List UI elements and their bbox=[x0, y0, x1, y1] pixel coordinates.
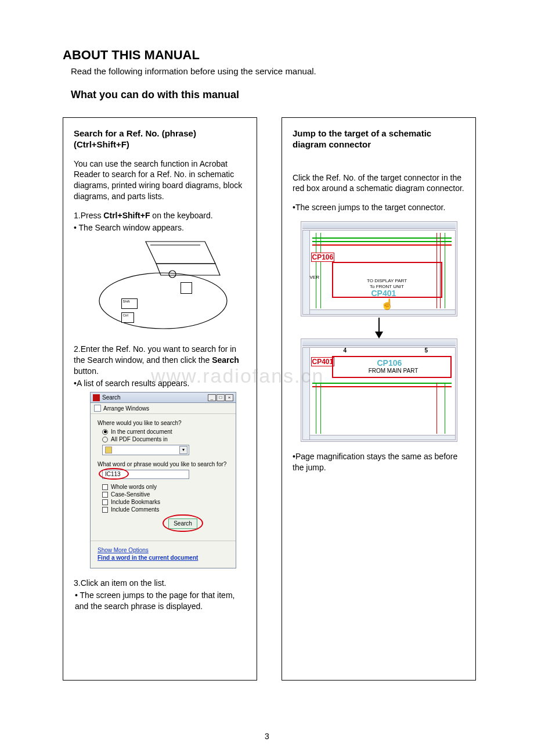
step1-pre: 1.Press bbox=[74, 211, 103, 220]
diag-from: FROM MAIN PART bbox=[359, 368, 428, 374]
right-bullet1: •The screen jumps to the target connecto… bbox=[293, 202, 467, 213]
arrange-icon bbox=[94, 405, 101, 412]
phrase-question: What word or phrase would you like to se… bbox=[98, 461, 230, 467]
panel-sidebar bbox=[303, 348, 310, 440]
search-phrase-value: IC113 bbox=[105, 471, 121, 477]
chevron-down-icon: ▾ bbox=[179, 446, 187, 454]
schematic-panel-bottom: 4 5 CP401 CP106 FROM MAIN PART bbox=[301, 339, 457, 442]
pdf-icon bbox=[93, 394, 100, 401]
radio-current-doc[interactable]: In the current document bbox=[102, 429, 230, 435]
maximize-button[interactable]: □ bbox=[217, 394, 225, 401]
figure-laptop-shortcut: Shift Ctrl bbox=[70, 237, 250, 336]
step1-bold: Ctrl+Shift+F bbox=[103, 211, 150, 220]
check-bookmarks-label: Include Bookmarks bbox=[111, 499, 160, 505]
link-show-more[interactable]: Show More Options bbox=[98, 547, 230, 553]
key-ctrl: Ctrl bbox=[121, 312, 134, 323]
radio-all-label: All PDF Documents in bbox=[111, 436, 168, 442]
check-case-label: Case-Sensitive bbox=[111, 491, 150, 498]
checkbox-icon bbox=[102, 484, 108, 490]
cp106-link[interactable]: CP106 bbox=[377, 358, 402, 368]
check-comments-label: Include Comments bbox=[111, 506, 159, 513]
schematic-canvas-bottom: 4 5 CP401 CP106 FROM MAIN PART bbox=[302, 347, 456, 440]
step2-bullet: •A list of search results appears. bbox=[74, 378, 248, 389]
search-phrase-input[interactable]: IC113 bbox=[102, 470, 189, 479]
dialog-titlebar: Search _ □ × bbox=[91, 393, 236, 403]
check-case[interactable]: Case-Sensitive bbox=[102, 491, 230, 498]
cp106-label: CP106 bbox=[311, 253, 335, 262]
svg-point-3 bbox=[99, 273, 227, 329]
svg-point-4 bbox=[169, 271, 176, 278]
panel-sidebar bbox=[303, 231, 310, 314]
step1-bullet: • The Search window appears. bbox=[74, 222, 248, 233]
step2-post: button. bbox=[74, 366, 99, 376]
search-button[interactable]: Search bbox=[168, 519, 197, 529]
checkbox-icon bbox=[102, 492, 108, 498]
folder-combo[interactable]: ▾ bbox=[102, 445, 189, 455]
step-3: 3.Click an item on the list. bbox=[74, 578, 248, 589]
right-para1: Click the Ref. No. of the target connect… bbox=[293, 172, 467, 195]
check-whole-words[interactable]: Whole words only bbox=[102, 484, 230, 490]
checkbox-icon bbox=[102, 499, 108, 505]
minimize-button[interactable]: _ bbox=[208, 394, 216, 401]
step1-post: on the keyboard. bbox=[150, 211, 212, 220]
radio-on-icon bbox=[102, 429, 108, 435]
right-footer-note: •Page magnification stays the same as be… bbox=[293, 451, 467, 473]
right-box-title: Jump to the target of a schematic diagra… bbox=[293, 128, 465, 150]
figure-schematic-jump: CP106 TO DISPLAY PART To FRONT UNIT CP40… bbox=[301, 221, 457, 442]
left-box-title: Search for a Ref. No. (phrase) (Ctrl+Shi… bbox=[74, 128, 246, 150]
hand-cursor-icon: ☝ bbox=[381, 298, 394, 311]
right-title-line2: diagram connector bbox=[293, 139, 371, 149]
step2-bold: Search bbox=[212, 355, 239, 365]
folder-icon bbox=[105, 447, 112, 453]
arrange-windows-row[interactable]: Arrange Windows bbox=[91, 403, 236, 414]
schematic-jump-box: Jump to the target of a schematic diagra… bbox=[282, 117, 476, 681]
right-title-line1: Jump to the target of a schematic bbox=[293, 128, 431, 138]
page-title: ABOUT THIS MANUAL bbox=[63, 48, 476, 63]
where-question: Where would you like to search? bbox=[98, 420, 230, 426]
ruler-5: 5 bbox=[425, 347, 428, 354]
panel-toolbar bbox=[302, 340, 456, 346]
arrow-down-icon bbox=[378, 318, 380, 337]
checkbox-icon bbox=[102, 507, 108, 513]
dialog-title: Search bbox=[102, 394, 121, 401]
step-2: 2.Enter the Ref. No. you want to search … bbox=[74, 344, 248, 377]
arrange-label: Arrange Windows bbox=[103, 405, 149, 412]
key-f bbox=[181, 282, 192, 294]
left-intro-para: You can use the search function in Acrob… bbox=[74, 159, 248, 203]
left-title-line1: Search for a Ref. No. (phrase) bbox=[74, 128, 196, 138]
link-find-word[interactable]: Find a word in the current document bbox=[98, 555, 230, 561]
check-comments[interactable]: Include Comments bbox=[102, 506, 230, 513]
close-button[interactable]: × bbox=[225, 394, 233, 401]
cp401-label: CP401 bbox=[311, 357, 335, 366]
schematic-panel-top: CP106 TO DISPLAY PART To FRONT UNIT CP40… bbox=[301, 221, 457, 316]
ver-label: VER bbox=[310, 275, 319, 280]
search-dialog: Search _ □ × Arrange Windows Where would… bbox=[90, 392, 236, 568]
radio-all-pdfs[interactable]: All PDF Documents in bbox=[102, 436, 230, 442]
step-1: 1.Press Ctrl+Shift+F on the keyboard. bbox=[74, 210, 248, 221]
radio-off-icon bbox=[102, 437, 108, 442]
ruler-4: 4 bbox=[344, 347, 347, 354]
page-number: 3 bbox=[0, 732, 534, 741]
cp401-link[interactable]: CP401 bbox=[371, 289, 396, 298]
diag-note1: TO DISPLAY PART bbox=[355, 278, 419, 283]
radio-current-label: In the current document bbox=[111, 429, 172, 435]
search-instructions-box: Search for a Ref. No. (phrase) (Ctrl+Shi… bbox=[63, 117, 257, 681]
left-title-line2: (Ctrl+Shift+F) bbox=[74, 139, 129, 149]
two-column-layout: Search for a Ref. No. (phrase) (Ctrl+Shi… bbox=[63, 117, 476, 681]
check-bookmarks[interactable]: Include Bookmarks bbox=[102, 499, 230, 505]
laptop-illustration bbox=[70, 237, 250, 336]
svg-marker-1 bbox=[156, 264, 220, 275]
key-shift: Shift bbox=[121, 298, 138, 309]
panel-toolbar bbox=[302, 223, 456, 229]
panel-scrollbar-x[interactable] bbox=[310, 435, 455, 440]
window-controls: _ □ × bbox=[208, 394, 233, 401]
section-subtitle: What you can do with this manual bbox=[71, 89, 476, 101]
check-whole-label: Whole words only bbox=[111, 484, 157, 490]
step3-bullet: • The screen jumps to the page for that … bbox=[75, 590, 248, 612]
schematic-canvas-top: CP106 TO DISPLAY PART To FRONT UNIT CP40… bbox=[302, 230, 456, 315]
intro-text: Read the following information before us… bbox=[71, 66, 476, 76]
